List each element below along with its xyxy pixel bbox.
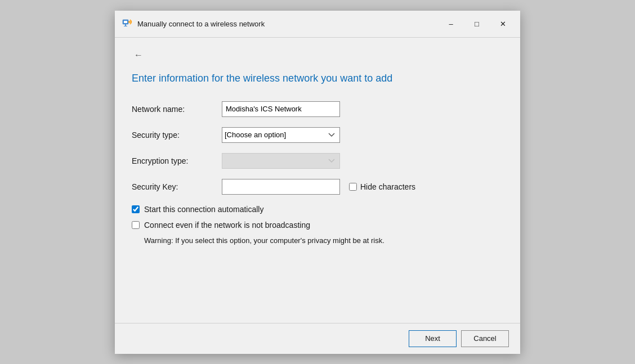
title-bar: Manually connect to a wireless network –…: [115, 11, 520, 38]
security-key-label: Security Key:: [132, 182, 222, 191]
connect-even-label[interactable]: Connect even if the network is not broad…: [132, 221, 310, 230]
title-bar-title: Manually connect to a wireless network: [137, 20, 265, 28]
network-name-row: Network name:: [132, 101, 503, 117]
cancel-button[interactable]: Cancel: [461, 330, 509, 347]
hide-characters-text: Hide characters: [360, 182, 415, 191]
connect-even-checkbox[interactable]: [132, 221, 140, 229]
title-bar-controls: – □ ✕: [438, 15, 516, 33]
security-type-label: Security type:: [132, 131, 222, 140]
security-type-row: Security type: [Choose an option] No aut…: [132, 127, 503, 143]
next-button[interactable]: Next: [409, 330, 457, 347]
dialog-footer: Next Cancel: [115, 323, 520, 354]
security-key-row: Security Key: Hide characters: [132, 179, 503, 195]
svg-point-4: [128, 21, 129, 22]
start-auto-row: Start this connection automatically: [132, 205, 503, 214]
minimize-button[interactable]: –: [438, 15, 464, 33]
network-icon: [122, 17, 133, 30]
close-button[interactable]: ✕: [490, 15, 516, 33]
dialog-heading: Enter information for the wireless netwo…: [132, 73, 503, 84]
dialog-window: Manually connect to a wireless network –…: [115, 11, 520, 354]
back-button[interactable]: ←: [132, 49, 145, 61]
svg-rect-1: [124, 21, 127, 23]
nav-row: ←: [132, 49, 503, 61]
svg-rect-2: [125, 24, 126, 26]
maximize-button[interactable]: □: [464, 15, 490, 33]
encryption-type-select[interactable]: [222, 153, 340, 169]
connect-even-row: Connect even if the network is not broad…: [132, 221, 503, 230]
security-type-select[interactable]: [Choose an option] No authentication (Op…: [222, 127, 340, 143]
hide-characters-checkbox[interactable]: [349, 183, 357, 191]
start-auto-text: Start this connection automatically: [144, 205, 263, 214]
start-auto-label[interactable]: Start this connection automatically: [132, 205, 263, 214]
start-auto-checkbox[interactable]: [132, 205, 140, 213]
warning-text: Warning: If you select this option, your…: [144, 236, 503, 245]
connect-even-text: Connect even if the network is not broad…: [144, 221, 310, 230]
network-name-label: Network name:: [132, 105, 222, 114]
hide-characters-label[interactable]: Hide characters: [349, 182, 415, 191]
network-name-input[interactable]: [222, 101, 340, 117]
encryption-type-label: Encryption type:: [132, 156, 222, 165]
encryption-type-row: Encryption type:: [132, 153, 503, 169]
dialog-body: ← Enter information for the wireless net…: [115, 38, 520, 323]
svg-rect-3: [124, 26, 127, 26]
title-bar-left: Manually connect to a wireless network: [122, 17, 265, 30]
security-key-input[interactable]: [222, 179, 340, 195]
